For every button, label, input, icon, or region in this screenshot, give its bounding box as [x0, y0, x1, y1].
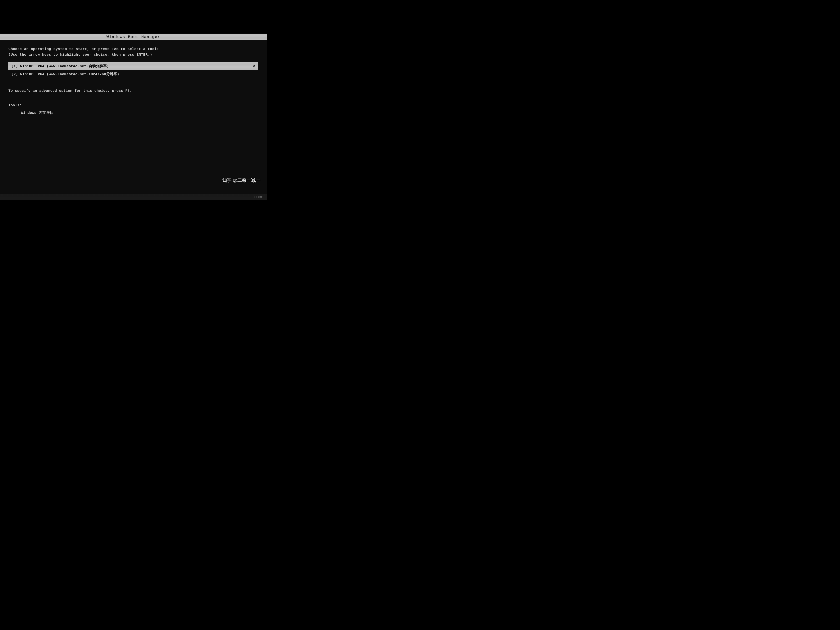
- boot-entry-2[interactable]: [2] Win10PE x64 (www.laomaotao.net,1024X…: [8, 70, 258, 78]
- instruction-line1: Choose an operating system to start, or …: [8, 46, 258, 52]
- watermark: 知乎 @二乘一减一: [222, 177, 261, 183]
- title-bar-text: Windows Boot Manager: [106, 35, 160, 39]
- bottom-bar: F5刷新: [0, 194, 267, 200]
- instruction-line2: (Use the arrow keys to highlight your ch…: [8, 52, 258, 58]
- tools-section: Tools: Windows 内存评估: [8, 103, 258, 115]
- boot-entry-1[interactable]: [1] Win10PE x64 (www.laomaotao.net,自动分辨率…: [8, 62, 258, 70]
- tools-item-1[interactable]: Windows 内存评估: [8, 110, 258, 115]
- boot-entry-1-label: [1] Win10PE x64 (www.laomaotao.net,自动分辨率…: [11, 64, 109, 69]
- tools-label: Tools:: [8, 103, 258, 107]
- main-content: Choose an operating system to start, or …: [0, 40, 267, 194]
- bottom-bar-text: F5刷新: [254, 195, 262, 199]
- instructions: Choose an operating system to start, or …: [8, 46, 258, 58]
- top-black-area: [0, 0, 267, 33]
- advanced-option-text: To specify an advanced option for this c…: [8, 89, 258, 93]
- boot-entries-container: [1] Win10PE x64 (www.laomaotao.net,自动分辨率…: [8, 62, 258, 78]
- boot-entry-1-arrow: >: [253, 63, 255, 69]
- boot-manager-screen: Windows Boot Manager Choose an operating…: [0, 0, 267, 200]
- boot-entry-2-label: [2] Win10PE x64 (www.laomaotao.net,1024X…: [11, 72, 119, 76]
- title-bar: Windows Boot Manager: [0, 33, 267, 40]
